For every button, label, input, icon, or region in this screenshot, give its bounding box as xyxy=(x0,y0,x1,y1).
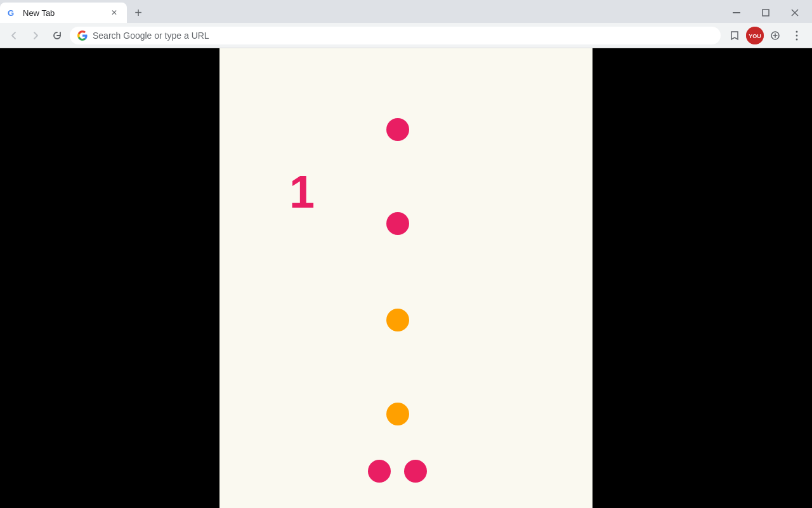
url-text: Search Google or type a URL xyxy=(93,30,209,41)
right-panel xyxy=(593,48,812,508)
svg-rect-2 xyxy=(763,10,769,16)
minimize-button[interactable] xyxy=(722,3,751,23)
dots-area: 1 xyxy=(219,48,593,508)
svg-point-8 xyxy=(796,30,798,32)
toolbar-buttons: YOU xyxy=(724,25,807,46)
tab-favicon: G xyxy=(8,8,18,18)
address-bar: Search Google or type a URL YOU xyxy=(0,23,812,48)
dot-5a xyxy=(368,460,391,483)
dot-1 xyxy=(386,118,409,141)
google-logo xyxy=(77,30,88,41)
tab-title: New Tab xyxy=(23,8,104,18)
window-controls xyxy=(722,3,812,23)
url-bar[interactable]: Search Google or type a URL xyxy=(70,27,721,44)
refresh-button[interactable] xyxy=(48,27,66,44)
tab-bar: G New Tab ✕ + xyxy=(0,0,812,23)
maximize-button[interactable] xyxy=(751,3,780,23)
center-panel: 1 xyxy=(219,48,593,508)
bookmark-button[interactable] xyxy=(724,25,745,46)
svg-point-9 xyxy=(796,34,798,36)
active-tab[interactable]: G New Tab ✕ xyxy=(0,3,127,23)
svg-point-10 xyxy=(796,38,798,40)
close-button[interactable] xyxy=(780,3,809,23)
tab-close-button[interactable]: ✕ xyxy=(109,8,119,18)
dot-4 xyxy=(386,403,409,425)
page-content: 1 xyxy=(0,48,812,508)
svg-rect-1 xyxy=(733,12,740,13)
dot-3 xyxy=(386,309,409,331)
extensions-button[interactable] xyxy=(765,25,785,46)
profile-icon[interactable]: YOU xyxy=(746,27,764,44)
left-panel xyxy=(0,48,219,508)
browser-frame: G New Tab ✕ + xyxy=(0,0,812,508)
svg-text:YOU: YOU xyxy=(749,33,761,39)
dot-2 xyxy=(386,212,409,235)
number-display: 1 xyxy=(289,166,315,218)
forward-button[interactable] xyxy=(27,27,44,44)
back-button[interactable] xyxy=(5,27,23,44)
menu-button[interactable] xyxy=(787,25,807,46)
new-tab-button[interactable]: + xyxy=(129,4,147,22)
dot-5b xyxy=(404,460,427,483)
svg-text:G: G xyxy=(8,8,14,18)
